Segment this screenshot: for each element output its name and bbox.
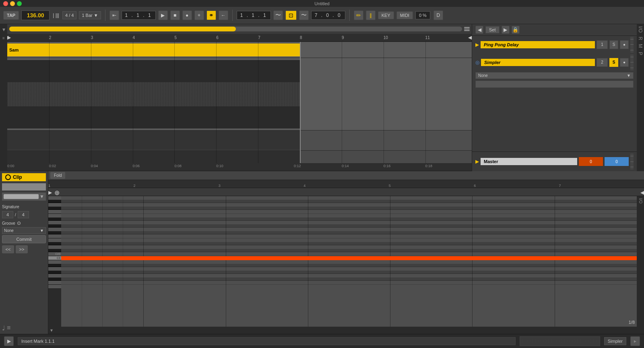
groove-icon[interactable]: ⊙ [17, 220, 21, 226]
add-track-button[interactable]: + [194, 10, 204, 20]
key-gb3[interactable] [48, 232, 61, 234]
tap-button[interactable]: TAP [3, 11, 19, 20]
key-b3[interactable] [48, 214, 61, 218]
status-message[interactable]: Insert Mark 1.1.1 [18, 337, 516, 345]
device2-name[interactable]: Simpler [481, 59, 595, 66]
fold-button[interactable]: Fold [50, 172, 65, 179]
maximize-button[interactable] [17, 1, 22, 6]
commit-button[interactable]: Commit [2, 235, 46, 243]
key-f3[interactable] [48, 234, 61, 238]
key-eb4[interactable] [48, 200, 61, 203]
minimize-button[interactable] [10, 1, 15, 6]
position-display[interactable]: 1 . 1 . 1 [122, 11, 156, 20]
pr-scroll-down-icon[interactable]: ▾ [50, 327, 53, 333]
chain-right-arrow[interactable]: ▶ [502, 26, 510, 34]
play-button[interactable]: ▶ [158, 10, 168, 20]
c3-note-block[interactable] [61, 256, 637, 260]
d-button[interactable]: D [433, 10, 443, 20]
loop-end-arrow[interactable]: ◀ [468, 35, 472, 40]
key-b2[interactable] [48, 260, 61, 264]
device1-s-button[interactable]: S [609, 40, 618, 49]
midi-button[interactable]: MIDI [396, 11, 413, 19]
bpm-display[interactable]: 136.00 [21, 10, 50, 20]
skip-back-button[interactable]: ⇤ [109, 10, 119, 20]
sig-numerator[interactable] [2, 211, 13, 218]
chain-left-arrow[interactable]: ◀ [475, 26, 483, 34]
key-g2[interactable] [48, 274, 61, 278]
device2-rec-button[interactable]: ● [620, 58, 629, 67]
device2-resize[interactable] [630, 54, 634, 70]
envelope-icon[interactable]: ≡ [7, 324, 10, 332]
io-icon[interactable]: I/O [638, 26, 643, 33]
status-icon-right[interactable]: ▸ [630, 336, 640, 346]
key-c4[interactable] [48, 210, 61, 214]
device1-play-icon[interactable]: ▶ [475, 42, 479, 48]
key-a2[interactable] [48, 267, 61, 271]
tempo-display[interactable]: 7 . 0 . 0 [311, 11, 345, 20]
key-gb2[interactable] [48, 278, 61, 281]
clip-color-dot[interactable] [5, 174, 11, 180]
master-vol-orange[interactable]: 0 [579, 157, 603, 166]
key-bb3[interactable] [48, 218, 61, 221]
device1-rec-button[interactable]: ● [620, 40, 629, 49]
groove-select[interactable]: None ▼ [2, 227, 46, 234]
color-dropdown-arrow[interactable]: ▼ [39, 194, 44, 199]
status-instrument[interactable]: Simpler [604, 337, 626, 345]
key-e3[interactable] [48, 238, 61, 242]
key-g3[interactable] [48, 228, 61, 232]
m-icon[interactable]: M [638, 44, 643, 48]
key-db4[interactable] [48, 207, 61, 210]
note-icon[interactable]: ♩ [2, 324, 5, 332]
hamburger-menu[interactable] [464, 27, 470, 31]
key-ab3[interactable] [48, 225, 61, 228]
key-db3[interactable] [48, 249, 61, 252]
piano-roll-loop-bar[interactable]: ▶ ◀ ⊕ [48, 188, 644, 196]
key-bb2[interactable] [48, 264, 61, 267]
loop-button[interactable]: ⊡ [285, 10, 297, 20]
note-grid[interactable]: 1/8 [61, 196, 637, 327]
p-icon[interactable]: P [638, 52, 643, 55]
stop-button[interactable]: ■ [170, 10, 180, 20]
pr-loop-start[interactable]: ▶ [48, 190, 52, 195]
key-c3[interactable]: C3 [48, 256, 61, 260]
device1-name[interactable]: Ping Pong Delay [481, 41, 595, 48]
key-a3[interactable] [48, 221, 61, 225]
master-label[interactable]: Master [481, 158, 577, 165]
key-ab2[interactable] [48, 271, 61, 274]
status-play-button[interactable]: ▶ [4, 336, 14, 346]
master-play-icon[interactable]: ▶ [475, 159, 479, 164]
back-button[interactable]: ← [219, 10, 228, 20]
clip-header-block[interactable]: Sam [7, 44, 300, 56]
draw-mode-button[interactable]: ✏ [354, 10, 363, 20]
device1-resize[interactable] [630, 37, 634, 53]
key-eb3[interactable] [48, 242, 61, 245]
key-d4[interactable] [48, 203, 61, 207]
key-c3-label-row[interactable]: C#3 [48, 252, 61, 256]
track-waveform-row[interactable] [7, 58, 472, 130]
color-select-area[interactable] [4, 194, 39, 199]
set-label[interactable]: Set [485, 26, 500, 33]
punch-button[interactable]: 〜 [299, 10, 309, 20]
time-signature[interactable]: 4 / 4 [62, 11, 76, 19]
sig-denominator[interactable] [18, 211, 29, 218]
pr-io-icon[interactable]: I/O [638, 198, 643, 203]
link-button[interactable]: ⚭ [206, 10, 216, 20]
key-d3[interactable] [48, 245, 61, 249]
loop-mode-select[interactable]: 1 Bar ▼ [79, 11, 101, 19]
device-input-field[interactable] [475, 81, 634, 88]
clip-color-selector[interactable]: ▼ [2, 193, 46, 201]
master-resize[interactable] [630, 153, 634, 170]
device2-icon[interactable]: ◎ [475, 60, 479, 65]
key-e2[interactable] [48, 285, 61, 289]
record-button[interactable]: ● [182, 10, 192, 20]
chain-lock[interactable]: 🔒 [512, 26, 520, 34]
pr-loop-end[interactable]: ◀ [640, 190, 644, 195]
clip-color-bar[interactable] [2, 183, 46, 191]
device-dropdown[interactable]: None ▼ [475, 72, 634, 79]
follow-button[interactable]: ‖ [366, 10, 376, 20]
arr-position-display[interactable]: 1 . 1 . 1 [237, 11, 271, 20]
nav-scroll-track[interactable] [9, 27, 462, 31]
prev-button[interactable]: << [2, 245, 14, 253]
master-vol-blue[interactable]: 0 [605, 157, 629, 166]
r-icon[interactable]: R [638, 37, 643, 40]
